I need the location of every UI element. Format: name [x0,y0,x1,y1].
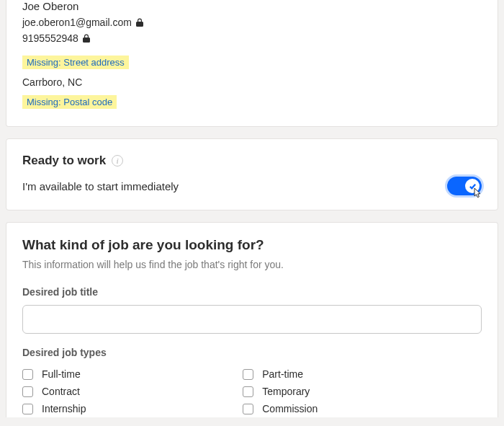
desired-types-label: Desired job types [22,347,482,358]
toggle-knob [465,179,480,193]
checkbox-part-time[interactable] [243,369,253,380]
job-helper-text: This information will help us find the j… [22,259,482,270]
checkbox-internship[interactable] [22,404,33,414]
missing-street-badge: Missing: Street address [22,56,129,69]
info-icon[interactable]: i [112,155,123,167]
job-heading: What kind of job are you looking for? [22,237,482,253]
checkbox-label: Full-time [42,368,81,380]
profile-card: Joe Oberon joe.oberon1@gmail.com 9195552… [6,0,498,127]
checkbox-label: Part-time [262,368,303,380]
desired-title-label: Desired job title [22,286,482,298]
checkbox-label: Contract [42,386,80,397]
checkbox-full-time[interactable] [22,369,33,380]
list-item: Full-time [22,365,243,383]
checkbox-temporary[interactable] [243,386,253,397]
checkbox-commission[interactable] [243,404,253,414]
checkbox-label: Commission [262,403,318,414]
list-item: Commission [243,400,463,417]
ready-heading: Ready to work [22,154,106,168]
lock-icon [136,18,143,27]
profile-phone: 9195552948 [22,32,78,44]
profile-email: joe.oberon1@gmail.com [22,17,132,28]
profile-name: Joe Oberon [22,0,482,12]
ready-toggle[interactable] [447,177,482,195]
ready-text: I'm available to start immediately [22,180,179,192]
checkbox-label: Internship [42,403,86,414]
profile-city: Carrboro, NC [22,76,482,88]
list-item: Contract [22,383,243,400]
profile-phone-line: 9195552948 [22,32,482,44]
ready-to-work-card: Ready to work i I'm available to start i… [6,138,498,210]
list-item: Internship [22,400,243,417]
job-types-grid: Full-time Contract Internship Part-time [22,365,482,417]
job-preferences-card: What kind of job are you looking for? Th… [6,222,498,417]
missing-postal-badge: Missing: Postal code [22,95,117,109]
checkbox-label: Temporary [262,386,310,397]
profile-email-line: joe.oberon1@gmail.com [22,17,482,28]
list-item: Temporary [243,383,463,400]
list-item: Part-time [243,365,463,383]
lock-icon [83,34,90,43]
desired-title-input[interactable] [22,305,482,334]
ready-heading-row: Ready to work i [22,154,482,168]
checkbox-contract[interactable] [22,386,33,397]
